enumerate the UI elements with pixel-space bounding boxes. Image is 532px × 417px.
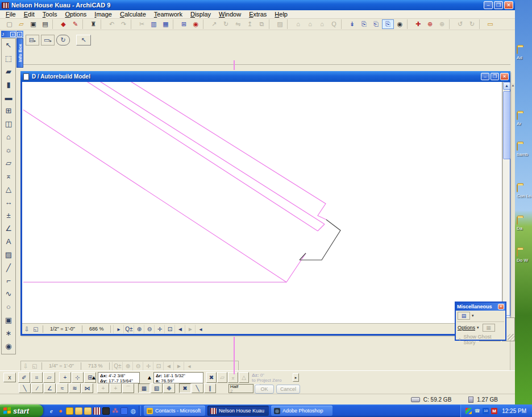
- snap-grid-button[interactable]: ⊹: [72, 372, 84, 383]
- dz-flyout-button[interactable]: ▸: [293, 373, 299, 382]
- sep4[interactable]: [131, 19, 135, 29]
- doc-close-button[interactable]: ✕: [500, 73, 509, 80]
- dimension-tool[interactable]: ↔: [2, 196, 15, 209]
- next-zoom-button[interactable]: ►: [185, 325, 195, 333]
- coordinate-ra-field[interactable]: Δr: 18'-1 5/32" a: 76.59°: [153, 372, 203, 383]
- ql-network-icon[interactable]: ⁂: [111, 407, 119, 415]
- quick-view-icon[interactable]: Q: [328, 19, 340, 29]
- plus-two-button[interactable]: +: [110, 383, 122, 393]
- zoom-level-button[interactable]: Q±: [123, 325, 134, 333]
- snap-off-button[interactable]: ✖: [179, 383, 191, 393]
- publish-icon[interactable]: ✎: [69, 19, 81, 29]
- menu-edit[interactable]: Edit: [20, 10, 38, 18]
- redo-icon[interactable]: ↷: [118, 19, 130, 29]
- cut-icon[interactable]: ✂: [136, 19, 148, 29]
- elevate-icon[interactable]: ↥: [244, 19, 256, 29]
- close-button[interactable]: ✕: [504, 1, 513, 9]
- sep1[interactable]: [52, 19, 56, 29]
- figure-tool[interactable]: ▣: [2, 314, 15, 327]
- slab-tool[interactable]: ▱: [2, 157, 15, 170]
- sep9[interactable]: [341, 19, 345, 29]
- ql-folder-icon[interactable]: [75, 407, 82, 415]
- rotate-mode-button[interactable]: ↻: [56, 35, 70, 46]
- doc-minimize-button[interactable]: –: [481, 73, 489, 80]
- arrow-mode-button[interactable]: ↖: [76, 35, 91, 46]
- transfer-parameters-icon[interactable]: ⎗: [370, 19, 382, 29]
- title-bar[interactable]: Nelson House Kuau - ArchiCAD 9 – ❐ ✕: [0, 0, 515, 10]
- sep5[interactable]: [173, 19, 177, 29]
- drag-icon[interactable]: ↗: [208, 19, 220, 29]
- previous-zoom-button[interactable]: ◄: [174, 325, 185, 333]
- scrollbar-thumb[interactable]: [503, 91, 510, 159]
- marquee-tool[interactable]: ⬚: [2, 52, 15, 65]
- menu-extras[interactable]: Extras: [246, 10, 270, 18]
- ql-folder2-icon[interactable]: [84, 407, 92, 415]
- ghost-display-button[interactable]: ▤: [458, 312, 470, 320]
- undo-icon[interactable]: ↶: [106, 19, 118, 29]
- story-down-icon[interactable]: ⌂: [304, 19, 316, 29]
- menu-teamwork[interactable]: Teamwork: [151, 10, 186, 18]
- pickup-parameters-icon[interactable]: ⎘: [358, 19, 370, 29]
- favorites-button[interactable]: ⊟▸: [26, 35, 39, 46]
- print-icon[interactable]: ▤: [39, 19, 51, 29]
- coordinate-xy-field[interactable]: Δx: 4'-2 3/8" Δy: 17'-7 15/64": [98, 372, 140, 383]
- sep3[interactable]: [101, 19, 105, 29]
- tray-volume-icon[interactable]: ☎: [474, 408, 480, 414]
- photo-icon[interactable]: ◉: [394, 19, 406, 29]
- preview-button[interactable]: ◱: [31, 325, 40, 333]
- gravity-slab-button[interactable]: ▱: [217, 372, 227, 383]
- snap-half-button[interactable]: ╲: [192, 383, 203, 393]
- menu-help[interactable]: Help: [271, 10, 291, 18]
- pan-button[interactable]: ✛: [154, 325, 164, 333]
- document-title-bar[interactable]: D / Autorebuild Model – ❐ ✕: [20, 71, 510, 82]
- cancel-button[interactable]: Cancel: [276, 385, 300, 394]
- pickup-active-icon[interactable]: ⎘: [382, 19, 394, 29]
- pointer-tool[interactable]: ↖: [2, 39, 15, 52]
- scroll-up-icon[interactable]: ▲: [503, 82, 510, 90]
- desktop-folder-icon[interactable]: bamb: [517, 143, 531, 157]
- layer-filter-icon[interactable]: ▨: [274, 19, 286, 29]
- doc-maximize-button[interactable]: ❐: [491, 73, 499, 80]
- tray-display-icon[interactable]: 10: [483, 408, 489, 414]
- menu-window[interactable]: Window: [215, 10, 244, 18]
- sep2[interactable]: [82, 19, 86, 29]
- half-selector[interactable]: Half 2: [228, 384, 253, 393]
- menu-image[interactable]: Image: [91, 10, 115, 18]
- paste-icon[interactable]: ▦: [160, 19, 172, 29]
- angle-bisector-button[interactable]: ∠: [44, 383, 56, 393]
- desktop-folder-icon[interactable]: Ad: [517, 47, 531, 60]
- camera-tool[interactable]: ◉: [2, 340, 15, 353]
- snap-bounds-button[interactable]: ▦: [138, 383, 150, 393]
- save-icon[interactable]: ▣: [27, 19, 39, 29]
- lamp-tool[interactable]: ☼: [2, 144, 15, 157]
- scale-value[interactable]: 1/2" = 1'-0": [45, 326, 80, 332]
- fit-in-window-button[interactable]: ⊡: [164, 325, 174, 333]
- start-button[interactable]: start: [0, 404, 43, 417]
- ql-firefox-icon[interactable]: ●: [57, 407, 64, 415]
- vertical-scrollbar[interactable]: ▲ ▼: [502, 82, 510, 323]
- zoom-value[interactable]: 686 %: [85, 326, 109, 332]
- ghost-display-dropdown-icon[interactable]: ▾: [472, 313, 474, 318]
- angle-dimension-tool[interactable]: ∠: [2, 222, 15, 236]
- toolbox-close-icon[interactable]: x: [10, 32, 15, 37]
- desktop-folder-icon[interactable]: Ar: [517, 113, 531, 126]
- sep6[interactable]: [203, 19, 207, 29]
- mirror-icon[interactable]: ⇋: [232, 19, 244, 29]
- minimize-button[interactable]: –: [484, 1, 493, 9]
- arc-button[interactable]: ⌒: [122, 383, 134, 393]
- task-archicad[interactable]: Nelson House Kuau - ...: [207, 406, 269, 416]
- menu-options[interactable]: Options: [61, 10, 90, 18]
- sep10[interactable]: [407, 19, 411, 29]
- ql-archicad-icon[interactable]: [93, 407, 101, 415]
- door-tool[interactable]: ◫: [2, 118, 15, 131]
- text-tool[interactable]: A: [2, 236, 15, 249]
- copy-icon[interactable]: ▥: [148, 19, 160, 29]
- wall-tool[interactable]: ▰: [2, 65, 15, 79]
- ql-display-icon[interactable]: [102, 407, 110, 415]
- tray-mcafee-icon[interactable]: M: [491, 408, 497, 414]
- fill-tool[interactable]: ▨: [2, 249, 15, 262]
- open-icon[interactable]: ▱: [15, 19, 27, 29]
- hotspot-tool[interactable]: ∗: [2, 327, 15, 340]
- gravity-roof-button[interactable]: ⌅: [228, 372, 238, 383]
- menu-calculate[interactable]: Calculate: [117, 10, 149, 18]
